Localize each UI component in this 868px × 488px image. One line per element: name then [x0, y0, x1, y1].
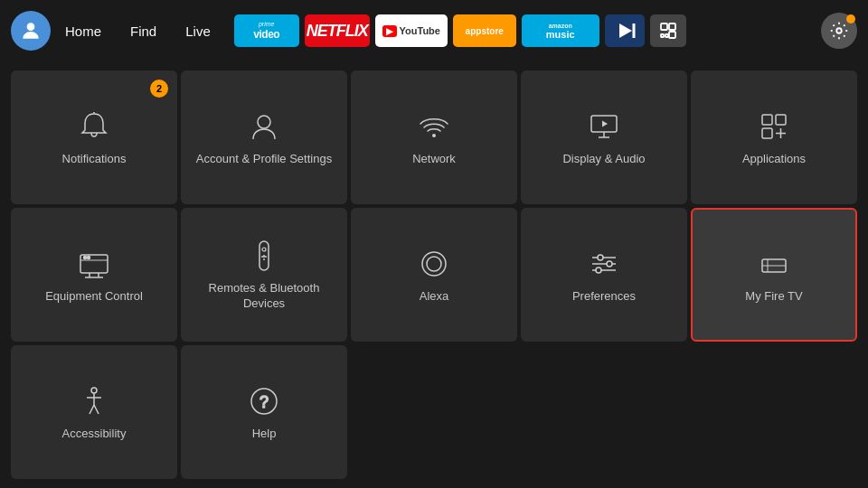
tile-alexa-label: Alexa: [420, 289, 449, 305]
svg-point-22: [84, 256, 87, 258]
tile-accessibility[interactable]: Accessibility: [11, 345, 177, 479]
nav-live[interactable]: Live: [180, 20, 216, 42]
svg-point-37: [598, 255, 603, 260]
youtube-button[interactable]: ▶ YouTube: [375, 14, 448, 47]
settings-gear-button[interactable]: [821, 13, 857, 49]
prime-video-button[interactable]: prime video: [234, 14, 299, 47]
account-icon: [246, 108, 282, 145]
tile-equipment-label: Equipment Control: [45, 289, 143, 305]
svg-marker-1: [619, 23, 632, 38]
tile-applications-label: Applications: [742, 152, 806, 167]
nav-home[interactable]: Home: [60, 20, 107, 42]
svg-rect-5: [669, 32, 675, 38]
user-avatar[interactable]: [11, 11, 51, 51]
gear-notification-dot: [846, 14, 855, 23]
applications-icon: [756, 108, 792, 145]
svg-text:?: ?: [259, 393, 269, 411]
wifi-icon: [416, 108, 452, 145]
grid-view-button[interactable]: [650, 14, 686, 47]
help-icon: ?: [246, 383, 282, 419]
tile-equipment-control[interactable]: Equipment Control: [11, 208, 177, 342]
appstore-button[interactable]: appstore: [453, 14, 516, 47]
tile-remotes-label: Remotes & Bluetooth Devices: [190, 281, 338, 312]
svg-point-10: [258, 116, 270, 128]
alexa-icon: [416, 246, 452, 282]
tile-account-profile[interactable]: Account & Profile Settings: [181, 70, 347, 204]
svg-point-8: [836, 28, 842, 33]
tile-remotes-bluetooth[interactable]: Remotes & Bluetooth Devices: [181, 208, 347, 342]
svg-line-47: [94, 405, 99, 414]
svg-point-23: [88, 256, 90, 258]
svg-point-43: [91, 388, 97, 393]
svg-rect-7: [665, 34, 668, 37]
settings-grid: 2 Notifications Account & Profile Settin…: [0, 61, 868, 488]
tile-account-label: Account & Profile Settings: [196, 152, 332, 167]
svg-rect-6: [661, 34, 664, 37]
svg-rect-15: [762, 115, 772, 125]
svg-point-33: [427, 257, 441, 271]
svg-rect-16: [776, 115, 786, 125]
tile-network-label: Network: [412, 152, 456, 167]
tv-icon: [76, 246, 112, 282]
tile-display-label: Display & Audio: [562, 152, 645, 167]
svg-rect-4: [669, 23, 675, 30]
svg-point-39: [596, 267, 601, 273]
svg-rect-17: [762, 128, 772, 138]
nav-links: Home Find Live: [60, 20, 216, 42]
live-tv-button[interactable]: [605, 14, 645, 47]
svg-point-0: [27, 23, 35, 31]
svg-point-32: [422, 252, 446, 276]
fire-tv-icon: [756, 246, 792, 282]
svg-rect-3: [661, 23, 667, 30]
svg-line-46: [90, 405, 94, 414]
nav-find[interactable]: Find: [125, 20, 162, 42]
remote-icon: [246, 238, 282, 274]
display-icon: [586, 108, 622, 145]
tile-network[interactable]: Network: [351, 70, 517, 204]
tile-notifications-label: Notifications: [62, 152, 127, 167]
tile-notifications[interactable]: 2 Notifications: [11, 70, 177, 204]
preferences-icon: [586, 246, 622, 282]
tile-help[interactable]: ? Help: [181, 345, 347, 479]
svg-point-38: [607, 261, 612, 267]
navbar: Home Find Live prime video NETFLIX ▶ You…: [0, 0, 868, 61]
tile-applications[interactable]: Applications: [691, 70, 857, 204]
tile-display-audio[interactable]: Display & Audio: [521, 70, 687, 204]
svg-point-28: [262, 248, 266, 251]
nav-apps: prime video NETFLIX ▶ YouTube appstore a…: [234, 14, 812, 47]
tile-alexa[interactable]: Alexa: [351, 208, 517, 342]
tile-my-fire-tv[interactable]: My Fire TV: [691, 208, 857, 342]
tile-preferences-label: Preferences: [572, 289, 636, 305]
svg-point-11: [432, 134, 436, 137]
tile-preferences[interactable]: Preferences: [521, 208, 687, 342]
accessibility-icon: [76, 383, 112, 419]
notifications-badge: 2: [150, 80, 168, 98]
tile-help-label: Help: [252, 427, 277, 442]
bell-icon: [76, 108, 112, 145]
tile-accessibility-label: Accessibility: [62, 427, 127, 442]
tile-my-fire-tv-label: My Fire TV: [745, 289, 802, 305]
amazon-music-button[interactable]: amazon music: [522, 14, 599, 47]
netflix-button[interactable]: NETFLIX: [305, 14, 370, 47]
